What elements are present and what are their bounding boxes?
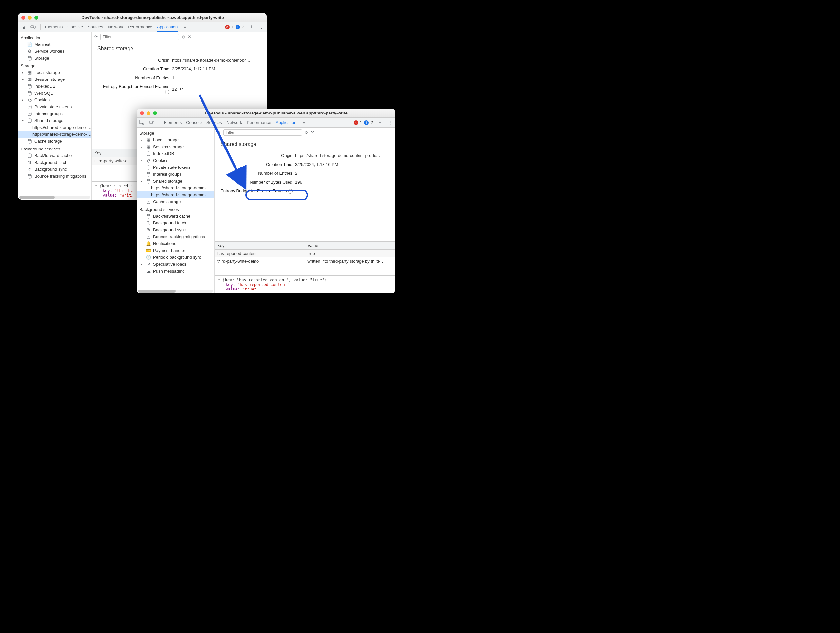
svg-rect-15 [153, 122, 154, 124]
close-icon[interactable]: ✕ [311, 130, 314, 135]
tab-elements[interactable]: Elements [45, 25, 63, 30]
reset-icon[interactable]: ↶ [179, 87, 183, 92]
sidebar-item-back-forward-cache[interactable]: Back/forward cache [18, 152, 91, 159]
tab-console[interactable]: Console [186, 120, 202, 125]
sidebar-item-background-fetch[interactable]: ⇅Background fetch [18, 159, 91, 166]
creation-time-label: Creation Time [98, 66, 169, 71]
sidebar-item-background-fetch[interactable]: ⇅Background fetch [137, 219, 214, 226]
filter-input[interactable] [100, 34, 179, 40]
sidebar-item-cookies[interactable]: ▸◔Cookies [18, 96, 91, 103]
minimize-window-button[interactable] [147, 111, 150, 115]
close-window-button[interactable] [21, 16, 25, 20]
svg-point-5 [28, 84, 32, 86]
error-badge[interactable]: ✕ [225, 25, 230, 30]
tab-network[interactable]: Network [227, 120, 242, 125]
tab-sources[interactable]: Sources [207, 120, 222, 125]
inspect-icon[interactable] [21, 25, 26, 30]
sidebar-item-interest-groups[interactable]: Interest groups [18, 110, 91, 117]
sidebar-item-background-sync[interactable]: ↻Background sync [137, 226, 214, 233]
tab-application[interactable]: Application [157, 25, 178, 32]
tab-application[interactable]: Application [276, 120, 297, 127]
sidebar-item-push-messaging[interactable]: ☁Push messaging [137, 268, 214, 275]
kebab-icon[interactable]: ⋮ [387, 120, 393, 125]
sidebar-item-local-storage[interactable]: ▸▦Local storage [18, 69, 91, 76]
file-icon: 📄 [27, 42, 32, 47]
sidebar-item-storage[interactable]: Storage [18, 55, 91, 62]
tab-performance[interactable]: Performance [128, 25, 152, 30]
sidebar-item-bounce-tracking[interactable]: Bounce tracking mitigations [18, 173, 91, 180]
tab-elements[interactable]: Elements [164, 120, 182, 125]
error-badge[interactable]: ✕ [354, 120, 358, 125]
tab-performance[interactable]: Performance [246, 120, 271, 125]
entries-value: 2 [295, 171, 389, 176]
sidebar-item-manifest[interactable]: 📄Manifest [18, 41, 91, 48]
sidebar-item-shared-storage[interactable]: ▾Shared storage [18, 117, 91, 124]
sidebar-item-cache-storage[interactable]: Cache storage [18, 138, 91, 145]
close-window-button[interactable] [140, 111, 144, 115]
sidebar-item-cookies[interactable]: ▸◔Cookies [137, 157, 214, 164]
sidebar-item-service-workers[interactable]: ⚙Service workers [18, 48, 91, 55]
sidebar-item-background-sync[interactable]: ↻Background sync [18, 166, 91, 173]
sidebar-item-websql[interactable]: Web SQL [18, 90, 91, 96]
sidebar-hscroll[interactable] [19, 196, 90, 199]
sidebar-item-notifications[interactable]: 🔔Notifications [137, 240, 214, 247]
info-badge[interactable]: i [235, 25, 240, 30]
info-help-icon[interactable]: i [288, 189, 293, 194]
clear-icon[interactable]: ⊘ [305, 130, 308, 135]
origin-label: Origin [221, 153, 292, 158]
more-tabs-icon[interactable]: » [182, 25, 188, 30]
sidebar-item-bounce-tracking[interactable]: Bounce tracking mitigations [137, 233, 214, 240]
table-row-value[interactable]: true [305, 249, 395, 257]
refresh-icon[interactable]: ⟳ [94, 34, 98, 39]
clear-icon[interactable]: ⊘ [182, 34, 185, 39]
inspect-icon[interactable] [139, 120, 145, 125]
sidebar-hscroll[interactable] [138, 289, 213, 293]
sidebar-item-private-state-tokens[interactable]: Private state tokens [18, 103, 91, 110]
svg-point-18 [147, 166, 150, 167]
shared-storage-origin-2[interactable]: https://shared-storage-demo-… [18, 131, 91, 138]
svg-point-11 [28, 154, 32, 155]
tab-network[interactable]: Network [108, 25, 124, 30]
sidebar-item-interest-groups[interactable]: Interest groups [137, 171, 214, 178]
settings-icon[interactable] [377, 120, 383, 125]
kebab-icon[interactable]: ⋮ [259, 25, 264, 30]
more-tabs-icon[interactable]: » [301, 120, 306, 125]
filter-input[interactable] [223, 129, 302, 136]
table-row-key[interactable]: has-reported-content [215, 249, 305, 257]
info-count: 2 [242, 25, 244, 30]
settings-icon[interactable] [249, 25, 254, 30]
tab-console[interactable]: Console [67, 25, 83, 30]
close-icon[interactable]: ✕ [188, 34, 191, 39]
sidebar-item-indexeddb[interactable]: IndexedDB [137, 150, 214, 157]
sidebar-item-private-state-tokens[interactable]: Private state tokens [137, 164, 214, 171]
sidebar-item-shared-storage[interactable]: ▾Shared storage [137, 178, 214, 185]
sidebar-item-session-storage[interactable]: ▸▦Session storage [18, 76, 91, 83]
shared-storage-origin-2[interactable]: https://shared-storage-demo-… [137, 191, 214, 198]
sidebar-item-indexeddb[interactable]: IndexedDB [18, 83, 91, 90]
sidebar-item-local-storage[interactable]: ▸▦Local storage [137, 136, 214, 143]
sidebar-item-session-storage[interactable]: ▸▦Session storage [137, 143, 214, 150]
table-row-key[interactable]: third-party-write-demo [215, 257, 305, 265]
sidebar-item-cache-storage[interactable]: Cache storage [137, 198, 214, 205]
cookie-icon: ◔ [27, 98, 32, 103]
shared-storage-origin-1[interactable]: https://shared-storage-demo-… [18, 124, 91, 131]
refresh-icon[interactable]: ⟳ [217, 130, 221, 135]
value-header[interactable]: Value [305, 242, 395, 249]
sidebar-item-payment-handler[interactable]: 💳Payment handler [137, 247, 214, 254]
sidebar-item-back-forward-cache[interactable]: Back/forward cache [137, 213, 214, 219]
sidebar-item-speculative-loads[interactable]: ▸↗Speculative loads [137, 261, 214, 268]
table-row-value[interactable]: written into third-party storage by thir… [305, 257, 395, 265]
info-help-icon[interactable]: i [165, 90, 169, 94]
tab-sources[interactable]: Sources [88, 25, 103, 30]
minimize-window-button[interactable] [28, 16, 32, 20]
shared-storage-origin-1[interactable]: https://shared-storage-demo-… [137, 185, 214, 191]
entropy-label: Entropy Budget for Fenced Frames [221, 188, 287, 193]
device-icon[interactable] [149, 120, 155, 125]
card-icon: 💳 [146, 248, 151, 253]
maximize-window-button[interactable] [153, 111, 157, 115]
device-icon[interactable] [30, 25, 36, 30]
key-header[interactable]: Key [215, 242, 305, 249]
info-badge[interactable]: i [364, 120, 369, 125]
sidebar-item-periodic-sync[interactable]: 🕐Periodic background sync [137, 254, 214, 261]
maximize-window-button[interactable] [34, 16, 38, 20]
